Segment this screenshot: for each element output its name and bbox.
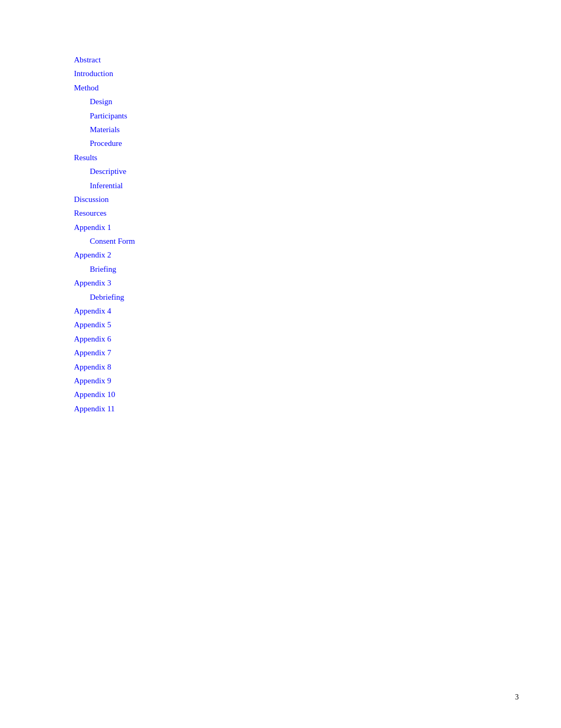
- toc-item: Inferential: [74, 179, 561, 192]
- toc-link-resources[interactable]: Resources: [74, 209, 107, 217]
- toc-item: Descriptive: [74, 164, 561, 178]
- toc-item: Design: [74, 95, 561, 108]
- toc-item: Appendix 4: [74, 304, 561, 318]
- page-number: 3: [515, 693, 519, 702]
- toc-item: Participants: [74, 109, 561, 123]
- toc-link-inferential[interactable]: Inferential: [90, 181, 123, 190]
- toc-item: Briefing: [74, 262, 561, 276]
- toc-item: Appendix 7: [74, 346, 561, 360]
- toc-link-appendix-11[interactable]: Appendix 11: [74, 404, 115, 413]
- table-of-contents: AbstractIntroductionMethodDesignParticip…: [74, 53, 561, 416]
- toc-item: Appendix 8: [74, 360, 561, 374]
- toc-link-appendix-8[interactable]: Appendix 8: [74, 363, 111, 371]
- toc-link-appendix-6[interactable]: Appendix 6: [74, 335, 111, 343]
- toc-item: Method: [74, 81, 561, 95]
- toc-link-consent-form[interactable]: Consent Form: [90, 237, 135, 245]
- toc-link-abstract[interactable]: Abstract: [74, 56, 101, 64]
- toc-item: Consent Form: [74, 234, 561, 248]
- toc-link-materials[interactable]: Materials: [90, 125, 120, 134]
- toc-link-appendix-1[interactable]: Appendix 1: [74, 223, 111, 232]
- toc-item: Appendix 10: [74, 388, 561, 401]
- toc-item: Abstract: [74, 53, 561, 67]
- toc-item: Debriefing: [74, 290, 561, 304]
- toc-link-appendix-10[interactable]: Appendix 10: [74, 390, 115, 399]
- toc-item: Appendix 11: [74, 402, 561, 416]
- toc-link-descriptive[interactable]: Descriptive: [90, 167, 126, 176]
- toc-list: AbstractIntroductionMethodDesignParticip…: [74, 53, 561, 416]
- toc-link-introduction[interactable]: Introduction: [74, 69, 113, 78]
- toc-link-appendix-3[interactable]: Appendix 3: [74, 279, 111, 287]
- toc-link-method[interactable]: Method: [74, 84, 99, 92]
- toc-item: Appendix 3: [74, 276, 561, 290]
- toc-item: Materials: [74, 123, 561, 136]
- toc-link-appendix-7[interactable]: Appendix 7: [74, 348, 111, 357]
- toc-link-participants[interactable]: Participants: [90, 112, 127, 120]
- toc-link-results[interactable]: Results: [74, 153, 97, 162]
- toc-item: Resources: [74, 206, 561, 220]
- toc-item: Appendix 1: [74, 220, 561, 234]
- toc-item: Results: [74, 151, 561, 164]
- toc-link-procedure[interactable]: Procedure: [90, 139, 122, 148]
- toc-item: Appendix 9: [74, 374, 561, 388]
- toc-item: Procedure: [74, 136, 561, 150]
- toc-item: Appendix 2: [74, 248, 561, 262]
- toc-link-appendix-2[interactable]: Appendix 2: [74, 251, 111, 259]
- toc-item: Discussion: [74, 192, 561, 206]
- toc-link-appendix-5[interactable]: Appendix 5: [74, 320, 111, 329]
- toc-item: Appendix 6: [74, 332, 561, 346]
- toc-link-discussion[interactable]: Discussion: [74, 195, 109, 204]
- toc-link-appendix-9[interactable]: Appendix 9: [74, 376, 111, 385]
- toc-link-design[interactable]: Design: [90, 97, 113, 106]
- toc-item: Appendix 5: [74, 318, 561, 331]
- toc-item: Introduction: [74, 67, 561, 80]
- toc-link-appendix-4[interactable]: Appendix 4: [74, 307, 111, 315]
- page-container: AbstractIntroductionMethodDesignParticip…: [0, 0, 561, 728]
- toc-link-debriefing[interactable]: Debriefing: [90, 293, 124, 301]
- toc-link-briefing[interactable]: Briefing: [90, 265, 116, 273]
